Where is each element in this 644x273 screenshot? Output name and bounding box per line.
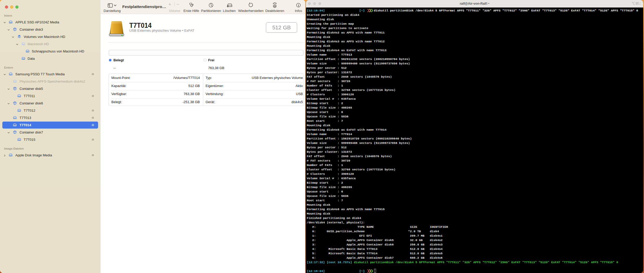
svg-text:2: 2: [639, 2, 640, 5]
